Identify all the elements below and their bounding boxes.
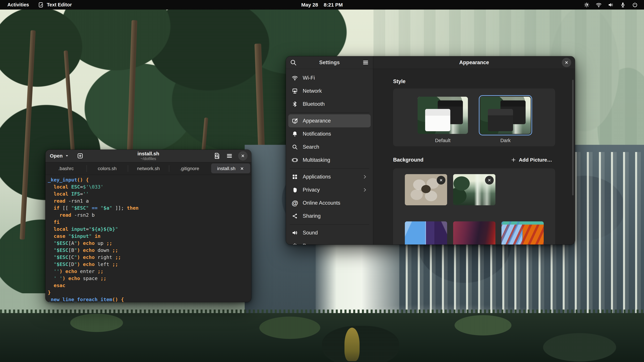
sidebar-divider	[290, 224, 369, 225]
sidebar-item-multitasking[interactable]: Multitasking	[288, 153, 371, 167]
bluetooth-icon	[292, 101, 298, 107]
code-line: }	[48, 289, 251, 296]
background-thumbnail-adwaita-abstract[interactable]	[405, 174, 447, 205]
search-icon	[290, 59, 297, 66]
tab-label: colors.sh	[98, 166, 116, 171]
main-menu-button[interactable]	[226, 152, 233, 160]
code-line: local input="${a}${b}"	[48, 226, 251, 233]
settings-title: Settings	[297, 59, 362, 65]
background-thumbnail-blue-geometric-duotone[interactable]	[405, 221, 447, 245]
multitasking-icon	[292, 157, 298, 163]
sidebar-item-power[interactable]: Power	[288, 239, 371, 245]
settings-search-button[interactable]	[290, 59, 297, 66]
settings-sidebar: Settings Wi-FiNetworkBluetoothAppearance…	[286, 56, 373, 245]
sidebar-item-label: Network	[303, 88, 367, 94]
code-line: '') echo enter ;;	[48, 268, 251, 275]
sidebar-item-sound[interactable]: Sound	[288, 226, 371, 239]
style-dark-thumbnail[interactable]	[480, 97, 531, 134]
clock-button[interactable]: May 28 8:21 PM	[301, 0, 343, 9]
background-heading: Background	[393, 157, 424, 163]
thumbnail-front-window	[488, 109, 513, 131]
sound-icon	[292, 230, 298, 236]
sidebar-item-label: Power	[303, 243, 367, 245]
sidebar-item-label: Online Accounts	[303, 200, 367, 206]
tab-.gitignore[interactable]: .gitignore	[169, 162, 210, 175]
open-button-label: Open	[50, 153, 63, 159]
brightness-icon	[584, 2, 590, 8]
plus-icon	[511, 157, 516, 163]
settings-menu-button[interactable]	[362, 59, 369, 66]
network-icon	[292, 88, 298, 94]
sharing-icon	[292, 213, 298, 219]
sidebar-item-label: Wi-Fi	[303, 75, 367, 81]
sidebar-item-label: Sound	[303, 230, 367, 236]
remove-background-button[interactable]	[485, 176, 494, 185]
background-thumbnail-drip-blue-orange-duotone[interactable]	[502, 221, 544, 245]
appearance-panel: Style Default	[373, 69, 575, 245]
chevron-right-icon	[362, 174, 367, 179]
tab-.bashrc[interactable]: .bashrc	[46, 162, 86, 175]
sidebar-item-label: Appearance	[303, 118, 367, 124]
tab-install.sh[interactable]: install.sh	[210, 162, 251, 175]
sidebar-item-label: Search	[303, 144, 367, 150]
background-card	[393, 168, 555, 245]
background-thumbnail-maroon-waves-duotone[interactable]	[453, 221, 496, 245]
remove-background-button[interactable]	[437, 176, 446, 185]
activities-button[interactable]: Activities	[6, 1, 31, 8]
document-properties-button[interactable]	[213, 152, 221, 160]
settings-close-button[interactable]	[562, 58, 571, 67]
code-line: "$ESC[D") echo left ;;	[48, 261, 251, 268]
tab-colors.sh[interactable]: colors.sh	[86, 162, 128, 175]
sidebar-headerbar: Settings	[286, 56, 373, 69]
tab-network.sh[interactable]: network.sh	[128, 162, 169, 175]
focused-app-menu[interactable]: Text Editor	[38, 2, 72, 8]
style-option-default[interactable]: Default	[416, 95, 470, 146]
hamburger-icon	[226, 152, 233, 160]
sidebar-item-network[interactable]: Network	[288, 84, 371, 97]
style-option-dark[interactable]: Dark	[479, 95, 532, 146]
code-line: _key_input() {	[48, 176, 251, 183]
sidebar-item-search[interactable]: Search	[288, 140, 371, 153]
code-line: "$ESC[B") echo down ;;	[48, 247, 251, 254]
new-tab-button[interactable]	[76, 151, 85, 161]
sidebar-item-applications[interactable]: Applications	[288, 170, 371, 183]
code-line: if [[ "$ESC" == "$a" ]]; then	[48, 204, 251, 212]
code-line: "$ESC[C") echo right ;;	[48, 254, 251, 261]
open-document-button[interactable]: Open	[50, 153, 69, 159]
document-title: install.sh	[137, 151, 159, 156]
sidebar-item-privacy[interactable]: Privacy	[288, 183, 371, 196]
tab-label: .bashrc	[58, 166, 74, 171]
system-status-area[interactable]	[584, 0, 644, 9]
online-accounts-icon: @	[292, 200, 298, 206]
text-editor-app-icon	[38, 2, 44, 8]
applications-icon	[292, 174, 298, 180]
sidebar-item-sharing[interactable]: Sharing	[288, 210, 371, 223]
content-headerbar: Appearance	[373, 56, 575, 69]
sidebar-item-appearance[interactable]: Appearance	[288, 114, 371, 127]
text-editor-window: Open install.sh ~/dotfiles .bashrccolors…	[46, 150, 251, 302]
close-icon	[564, 60, 569, 65]
editor-close-button[interactable]	[238, 151, 248, 161]
content-scrollbar[interactable]	[572, 80, 574, 195]
code-line: _new_line_foreach_item() {	[48, 296, 251, 302]
appearance-icon	[292, 118, 298, 124]
style-default-thumbnail[interactable]	[418, 97, 468, 134]
settings-content: Appearance Style Default	[373, 56, 575, 245]
volume-icon	[608, 2, 614, 8]
sidebar-divider	[290, 112, 369, 113]
tab-label: network.sh	[137, 166, 160, 171]
code-editor-area[interactable]: _key_input() { local ESC=$'\033' local I…	[46, 175, 251, 302]
code-line: fi	[48, 219, 251, 226]
chevron-right-icon	[362, 187, 367, 192]
sidebar-item-online-accounts[interactable]: @Online Accounts	[288, 196, 371, 210]
tab-close-icon[interactable]	[240, 166, 244, 171]
sidebar-item-notifications[interactable]: Notifications	[288, 127, 371, 140]
add-picture-button[interactable]: Add Picture…	[508, 155, 555, 164]
style-dark-label: Dark	[479, 138, 532, 143]
tab-bar: .bashrccolors.shnetwork.sh.gitignoreinst…	[46, 162, 251, 175]
notifications-icon	[292, 131, 298, 137]
style-card: Default Dark	[393, 88, 555, 146]
sidebar-item-bluetooth[interactable]: Bluetooth	[288, 97, 371, 111]
sidebar-item-wi-fi[interactable]: Wi-Fi	[288, 71, 371, 84]
background-thumbnail-pixel-forest-waterfall[interactable]	[453, 174, 496, 205]
